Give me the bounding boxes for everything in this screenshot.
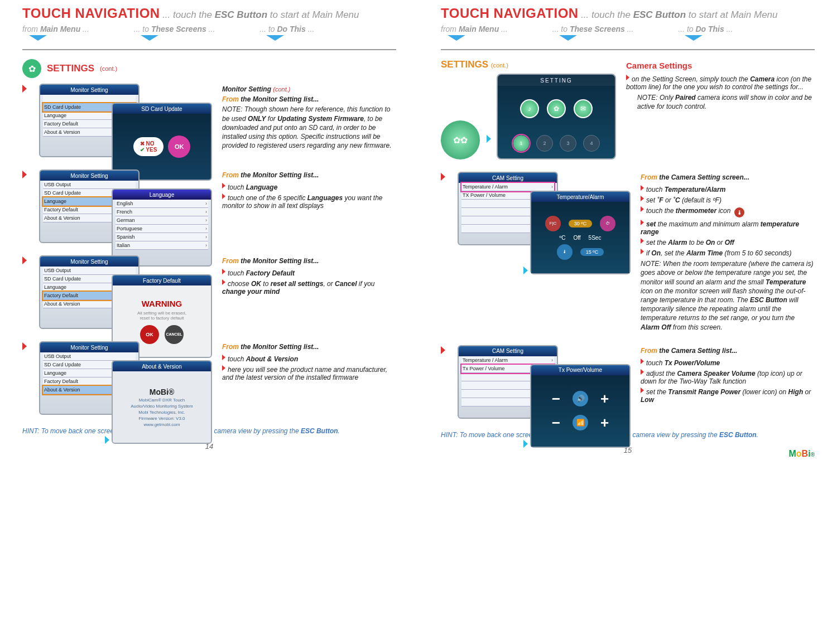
thermometer-icon[interactable]: 🌡 <box>557 244 573 260</box>
mobi-logo: MoBi® <box>789 449 815 459</box>
screenshot-tx-power-volume: Tx Power/Volume −🔊+ −📶+ <box>530 364 631 448</box>
title-touch-nav: TOUCH NAVIGATION <box>441 6 579 21</box>
setting-icon[interactable]: ♪ <box>520 99 539 118</box>
block-camera-settings: SETTINGS (cont.) ✿✿ SETTING ♪✿✉ 1 2 3 4 … <box>441 59 815 159</box>
block-tx-power-volume: CAM Setting Temperature / Alarm› Tx Powe… <box>441 345 815 419</box>
breadcrumb: from Main Menu ... ... to These Screens … <box>22 25 396 42</box>
list-item[interactable] <box>43 95 136 103</box>
block-temperature-alarm: CAM Setting Temperature / Alarm› TX Powe… <box>441 172 815 333</box>
antenna-icon: 📶 <box>573 415 588 430</box>
crumb-these-screens: ... to These Screens ... <box>134 25 215 42</box>
plus-button[interactable]: + <box>600 414 609 432</box>
setting-icon[interactable]: ✿ <box>547 99 566 118</box>
chevron-down-icon <box>266 35 284 41</box>
camera-2-button[interactable]: 2 <box>536 135 553 152</box>
sub-arrow-icon <box>523 267 528 274</box>
crumb-main-menu: from Main Menu ... <box>441 25 508 42</box>
step-arrow-icon <box>441 173 445 181</box>
step-arrow-icon <box>22 342 27 350</box>
page-15: TOUCH NAVIGATION ... touch the ESC Butto… <box>419 0 837 466</box>
speaker-icon: 🔊 <box>573 391 588 406</box>
block-language: Monitor Setting USB Output SD Card Updat… <box>22 170 396 243</box>
list-item-temp-alarm[interactable]: Temperature / Alarm› <box>461 183 554 191</box>
chevron-down-icon <box>448 35 465 41</box>
gear-icon: ✿✿ <box>441 120 480 159</box>
block-sd-card-update: Monitor Setting SD Card Update Language … <box>22 84 396 157</box>
section-heading-settings: ✿ SETTINGS (cont.) <box>22 59 396 78</box>
chevron-down-icon <box>559 35 577 41</box>
sub-arrow-icon <box>105 436 109 444</box>
minus-button[interactable]: − <box>552 390 560 408</box>
breadcrumb: from Main Menu ... ... to These Screens … <box>441 25 815 42</box>
screenshot-about-version: About & Version MoBi® MobiCam® DXR Touch… <box>112 360 212 444</box>
step-arrow-icon <box>441 346 445 354</box>
chevron-down-icon <box>141 35 158 41</box>
crumb-these-screens: ... to These Screens ... <box>552 25 634 42</box>
title-subtitle: ... touch the ESC Button to start at Mai… <box>162 9 359 20</box>
title-subtitle: ... touch the ESC Button to start at Mai… <box>581 9 777 20</box>
chevron-down-icon <box>685 35 703 41</box>
plus-button[interactable]: + <box>600 390 609 408</box>
page-title-line: TOUCH NAVIGATION ... touch the ESC Butto… <box>22 6 396 21</box>
sub-arrow-icon <box>487 135 491 143</box>
screenshot-temperature-alarm: Temperature/Alarm F|C30 ºC⏱ ºCOff5Sec 🌡1… <box>530 191 631 274</box>
camera-4-button[interactable]: 4 <box>583 135 600 152</box>
block-factory-default: Monitor Setting USB Output SD Card Updat… <box>22 255 396 329</box>
chevron-down-icon <box>29 35 47 41</box>
screenshot-language: Language English› French› German› Portug… <box>112 188 212 267</box>
step-arrow-icon <box>22 256 27 264</box>
minus-button[interactable]: − <box>552 414 560 432</box>
step-arrow-icon <box>22 171 27 178</box>
screenshot-setting-home: SETTING ♪✿✉ 1 2 3 4 <box>497 74 616 159</box>
crumb-do-this: ... to Do This ... <box>678 25 733 42</box>
thermometer-icon: 🌡 <box>734 207 744 217</box>
camera-1-button[interactable]: 1 <box>513 135 530 152</box>
camera-3-button[interactable]: 3 <box>560 135 576 152</box>
crumb-do-this: ... to Do This ... <box>259 25 314 42</box>
alarm-time-button[interactable]: ⏱ <box>600 216 615 231</box>
gear-icon: ✿ <box>22 59 41 78</box>
page-title-line: TOUCH NAVIGATION ... touch the ESC Butto… <box>441 6 815 21</box>
page-14: TOUCH NAVIGATION ... touch the ESC Butto… <box>0 0 419 466</box>
ok-button[interactable]: OK <box>168 135 190 158</box>
sub-arrow-icon <box>523 440 528 448</box>
step-arrow-icon <box>22 85 27 93</box>
crumb-main-menu: from Main Menu ... <box>22 25 89 42</box>
temp-unit-toggle[interactable]: F|C <box>545 216 561 231</box>
title-touch-nav: TOUCH NAVIGATION <box>22 6 160 21</box>
block-about-version: Monitor Setting USB Output SD Card Updat… <box>22 341 396 415</box>
screenshot-sd-card-update: SD Card Update ✖ NO✔ YES OK <box>112 103 212 181</box>
setting-icon[interactable]: ✉ <box>574 99 593 118</box>
no-yes-toggle[interactable]: ✖ NO✔ YES <box>133 137 164 156</box>
